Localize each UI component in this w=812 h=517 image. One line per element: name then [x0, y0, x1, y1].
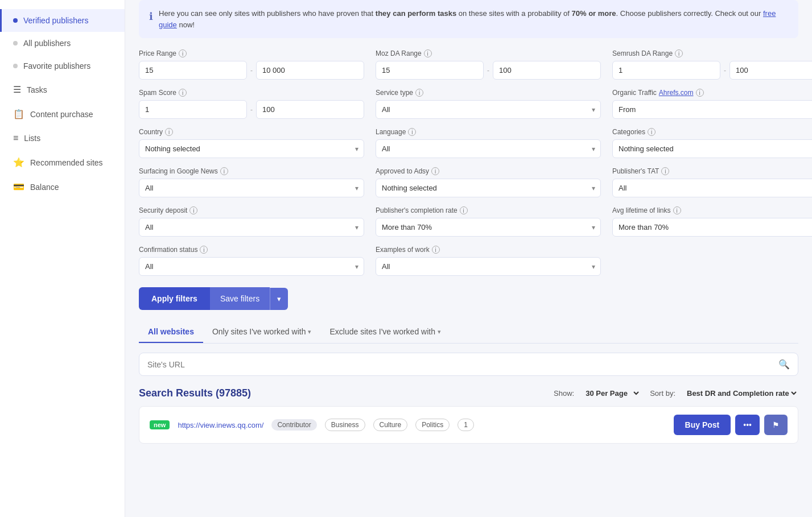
categories-info-icon[interactable]: i [648, 128, 656, 136]
ahrefs-link[interactable]: Ahrefs.com [659, 89, 694, 97]
sidebar-item-label: Tasks [27, 85, 47, 94]
dot-icon [13, 64, 18, 68]
tab-only-sites-worked[interactable]: Only sites I've worked with ▾ [203, 321, 321, 343]
sidebar-item-label: Recommended sites [30, 158, 103, 167]
active-dot-icon [13, 18, 18, 23]
filter-security-deposit: Security deposit i All Yes No ▾ [139, 206, 364, 237]
content-purchase-icon: 📋 [13, 109, 24, 119]
sidebar-item-verified-publishers[interactable]: Verified publishers [0, 9, 125, 32]
filter-grid: Price Range i - Moz DA Range i - [139, 49, 798, 276]
spam-score-max-input[interactable] [256, 100, 364, 119]
show-label: Show: [554, 389, 574, 398]
semrush-da-info-icon[interactable]: i [675, 49, 683, 57]
publishers-tat-info-icon[interactable]: i [661, 167, 669, 175]
tab-exclude-sites-worked[interactable]: Exclude sites I've worked with ▾ [320, 321, 450, 343]
range-separator: - [487, 67, 489, 75]
spam-score-info-icon[interactable]: i [179, 89, 187, 97]
confirmation-status-select[interactable]: All [139, 257, 364, 276]
country-info-icon[interactable]: i [165, 128, 173, 136]
language-info-icon[interactable]: i [408, 128, 416, 136]
security-deposit-select[interactable]: All Yes No [139, 218, 364, 237]
result-url-link[interactable]: https://view.inews.qq.com/ [178, 421, 263, 429]
filter-publishers-tat: Publisher's TAT i All ▾ [612, 167, 812, 197]
moz-da-info-icon[interactable]: i [424, 49, 432, 57]
filter-price-range: Price Range i - [139, 49, 364, 80]
tag-business: Business [325, 419, 365, 431]
result-actions: Buy Post ••• ⚑ [674, 415, 788, 435]
country-select[interactable]: Nothing selected [139, 139, 364, 158]
new-badge: new [150, 420, 170, 429]
avg-lifetime-links-select[interactable]: All More than 50% More than 70% More tha… [612, 218, 812, 237]
surfacing-google-news-info-icon[interactable]: i [220, 167, 228, 175]
filter-organic-traffic: Organic Traffic Ahrefs.com i From To Fro… [612, 89, 812, 119]
flag-button[interactable]: ⚑ [764, 415, 788, 435]
tag-culture: Culture [373, 419, 408, 431]
price-range-label: Price Range [139, 49, 176, 57]
sidebar-item-favorite-publishers[interactable]: Favorite publishers [0, 55, 125, 77]
save-filters-chevron-button[interactable]: ▾ [270, 288, 288, 310]
moz-da-min-input[interactable] [376, 61, 484, 80]
spam-score-label: Spam Score [139, 89, 176, 97]
approved-adsy-info-icon[interactable]: i [431, 167, 439, 175]
sidebar-item-recommended-sites[interactable]: ⭐ Recommended sites [0, 150, 125, 175]
spam-score-min-input[interactable] [139, 100, 247, 119]
security-deposit-info-icon[interactable]: i [189, 206, 197, 214]
organic-traffic-label: Organic Traffic [612, 89, 657, 97]
semrush-da-label: Semrush DA Range [612, 49, 673, 57]
filter-semrush-da: Semrush DA Range i - [612, 49, 812, 80]
results-header: Search Results (97885) Show: 30 Per Page… [139, 387, 798, 399]
tag-extra-count: 1 [457, 419, 474, 431]
service-type-info-icon[interactable]: i [415, 89, 423, 97]
language-label: Language [376, 128, 406, 136]
price-range-min-input[interactable] [139, 61, 247, 80]
info-icon: ℹ [149, 9, 153, 24]
results-title: Search Results (97885) [139, 387, 251, 399]
sort-label: Sort by: [650, 389, 675, 398]
apply-filters-button[interactable]: Apply filters [139, 287, 210, 310]
semrush-da-min-input[interactable] [612, 61, 720, 80]
sidebar-item-lists[interactable]: ≡ Lists [0, 126, 125, 150]
filter-country: Country i Nothing selected ▾ [139, 128, 364, 158]
publishers-completion-rate-info-icon[interactable]: i [460, 206, 468, 214]
organic-traffic-select[interactable]: From To From-To [612, 100, 812, 119]
main-content: ℹ Here you can see only sites with publi… [125, 0, 812, 517]
approved-adsy-select[interactable]: Nothing selected [376, 179, 601, 197]
publishers-completion-rate-select[interactable]: All More than 50% More than 70% More tha… [376, 218, 601, 237]
approved-adsy-label: Approved to Adsy [376, 167, 429, 175]
tab-all-websites[interactable]: All websites [139, 321, 203, 343]
url-search-input[interactable] [147, 360, 778, 369]
range-separator: - [250, 106, 253, 114]
info-banner: ℹ Here you can see only sites with publi… [139, 0, 798, 38]
service-type-select[interactable]: All Guest Post Niche Edit [376, 100, 601, 119]
categories-select[interactable]: Nothing selected [612, 139, 812, 158]
recommended-icon: ⭐ [13, 157, 24, 168]
sidebar-item-tasks[interactable]: ☰ Tasks [0, 77, 125, 102]
moz-da-max-input[interactable] [493, 61, 601, 80]
sidebar-item-content-purchase[interactable]: 📋 Content purchase [0, 102, 125, 126]
filter-buttons: Apply filters Save filters ▾ [139, 287, 798, 310]
save-filters-button[interactable]: Save filters [210, 287, 270, 310]
confirmation-status-info-icon[interactable]: i [200, 246, 208, 254]
filter-surfacing-google-news: Surfacing in Google News i All Yes No ▾ [139, 167, 364, 197]
publishers-tat-select[interactable]: All [612, 179, 812, 197]
price-range-info-icon[interactable]: i [179, 49, 187, 57]
surfacing-google-news-label: Surfacing in Google News [139, 167, 218, 175]
surfacing-google-news-select[interactable]: All Yes No [139, 179, 364, 197]
examples-of-work-select[interactable]: All Yes No [376, 257, 601, 276]
price-range-max-input[interactable] [256, 61, 364, 80]
lists-icon: ≡ [13, 133, 18, 143]
organic-traffic-info-icon[interactable]: i [696, 89, 704, 97]
search-icon: 🔍 [778, 359, 790, 370]
sort-by-select[interactable]: Best DR and Completion rate Price Low to… [685, 388, 798, 398]
tag-politics: Politics [415, 419, 450, 431]
avg-lifetime-links-info-icon[interactable]: i [673, 206, 681, 214]
sidebar-item-all-publishers[interactable]: All publishers [0, 32, 125, 55]
semrush-da-max-input[interactable] [729, 61, 812, 80]
more-options-button[interactable]: ••• [735, 415, 760, 435]
buy-post-button[interactable]: Buy Post [674, 415, 731, 435]
language-select[interactable]: All [376, 139, 601, 158]
filter-avg-lifetime-links: Avg lifetime of links i All More than 50… [612, 206, 812, 237]
show-per-page-select[interactable]: 30 Per Page 50 Per Page 100 Per Page [583, 388, 641, 398]
sidebar-item-balance[interactable]: 💳 Balance [0, 175, 125, 199]
examples-of-work-info-icon[interactable]: i [432, 246, 440, 254]
